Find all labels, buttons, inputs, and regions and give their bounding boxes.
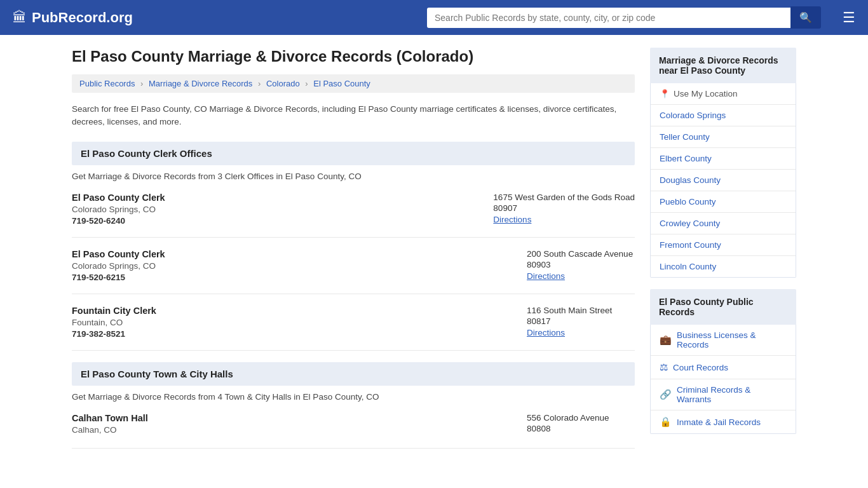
logo-icon: 🏛 [13, 10, 27, 26]
clerk-office-1-city: Colorado Springs, CO [72, 205, 474, 214]
use-my-location-item[interactable]: 📍 Use My Location [651, 83, 796, 105]
use-location-label: Use My Location [674, 89, 738, 98]
clerk-office-2-info: El Paso County Clerk Colorado Springs, C… [72, 249, 508, 282]
site-header: 🏛 PubRecord.org 🔍 ☰ [0, 0, 868, 35]
pr-item-inmate-records[interactable]: 🔒 Inmate & Jail Records [651, 410, 796, 433]
nearby-item-fremont-county[interactable]: Fremont County [651, 234, 796, 256]
clerk-office-2-address1: 200 South Cascade Avenue [527, 249, 635, 259]
clerk-office-3-phone: 719-382-8521 [72, 329, 508, 339]
city-hall-office-1-info: Calhan Town Hall Calhan, CO [72, 413, 508, 437]
clerk-office-1-info: El Paso County Clerk Colorado Springs, C… [72, 193, 474, 226]
search-bar: 🔍 [427, 6, 821, 29]
nearby-item-douglas-county-label: Douglas County [660, 175, 721, 185]
clerk-office-3-info: Fountain City Clerk Fountain, CO 719-382… [72, 306, 508, 339]
clerk-office-2-directions[interactable]: Directions [527, 271, 565, 281]
page-description: Search for free El Paso County, CO Marri… [72, 103, 635, 129]
city-hall-office-1-address: 556 Colorado Avenue 80808 [508, 413, 635, 435]
clerk-office-2-address: 200 South Cascade Avenue 80903 Direction… [508, 249, 635, 281]
clerk-office-2-name: El Paso County Clerk [72, 249, 508, 259]
inmate-icon: 🔒 [660, 416, 672, 428]
nearby-section-header: Marriage & Divorce Records near El Paso … [650, 48, 796, 83]
public-records-section-header: El Paso County Public Records [650, 289, 796, 325]
clerk-office-3-directions[interactable]: Directions [527, 328, 565, 337]
breadcrumb-sep-3: › [305, 79, 308, 88]
sidebar: Marriage & Divorce Records near El Paso … [650, 48, 796, 460]
public-records-list: 💼 Business Licenses & Records ⚖ Court Re… [650, 325, 796, 434]
location-icon: 📍 [660, 89, 670, 98]
breadcrumb: Public Records › Marriage & Divorce Reco… [72, 74, 635, 93]
logo-link[interactable]: 🏛 PubRecord.org [13, 10, 133, 26]
clerk-office-2-city: Colorado Springs, CO [72, 261, 508, 271]
pr-item-inmate-label: Inmate & Jail Records [677, 417, 761, 427]
breadcrumb-link-el-paso-county[interactable]: El Paso County [313, 79, 370, 88]
criminal-icon: 🔗 [660, 389, 672, 400]
clerk-office-1: El Paso County Clerk Colorado Springs, C… [72, 193, 635, 238]
city-hall-office-1-city: Calhan, CO [72, 425, 508, 435]
pr-item-court-records[interactable]: ⚖ Court Records [651, 356, 796, 379]
breadcrumb-link-colorado[interactable]: Colorado [266, 79, 300, 88]
pr-item-criminal-label: Criminal Records & Warrants [677, 385, 787, 404]
nearby-list: 📍 Use My Location Colorado Springs Telle… [650, 83, 796, 278]
nearby-item-douglas-county[interactable]: Douglas County [651, 170, 796, 191]
search-input[interactable] [427, 8, 790, 28]
clerk-office-1-directions[interactable]: Directions [493, 215, 531, 224]
nearby-item-pueblo-county[interactable]: Pueblo County [651, 191, 796, 213]
breadcrumb-sep-1: › [140, 79, 143, 88]
nearby-item-teller-county-label: Teller County [660, 132, 710, 142]
clerk-section-header: El Paso County Clerk Offices [72, 142, 635, 165]
city-hall-office-1-name: Calhan Town Hall [72, 413, 508, 423]
city-hall-office-1-address1: 556 Colorado Avenue [527, 413, 635, 423]
search-icon: 🔍 [799, 11, 812, 24]
clerk-office-3-address1: 116 South Main Street [527, 306, 635, 315]
main-container: El Paso County Marriage & Divorce Record… [59, 35, 809, 460]
nearby-item-lincoln-county-label: Lincoln County [660, 262, 716, 271]
city-hall-section-description: Get Marriage & Divorce Records from 4 To… [72, 392, 635, 402]
clerk-office-3-city: Fountain, CO [72, 318, 508, 327]
search-button[interactable]: 🔍 [790, 6, 821, 29]
main-content: El Paso County Marriage & Divorce Record… [72, 48, 635, 460]
clerk-office-3-name: Fountain City Clerk [72, 306, 508, 316]
clerk-office-1-zip: 80907 [493, 203, 635, 213]
nearby-item-teller-county[interactable]: Teller County [651, 126, 796, 148]
clerk-office-1-phone: 719-520-6240 [72, 216, 474, 226]
city-hall-section-header: El Paso County Town & City Halls [72, 362, 635, 386]
logo-text: PubRecord.org [32, 10, 133, 26]
city-hall-office-1-zip: 80808 [527, 424, 635, 433]
nearby-item-elbert-county-label: Elbert County [660, 154, 712, 163]
nearby-item-pueblo-county-label: Pueblo County [660, 197, 716, 207]
clerk-office-1-address: 1675 West Garden of the Gods Road 80907 … [474, 193, 635, 224]
city-hall-office-1: Calhan Town Hall Calhan, CO 556 Colorado… [72, 413, 635, 449]
pr-item-court-label: Court Records [673, 363, 728, 372]
breadcrumb-link-marriage-divorce[interactable]: Marriage & Divorce Records [149, 79, 252, 88]
page-title: El Paso County Marriage & Divorce Record… [72, 48, 635, 65]
nearby-item-elbert-county[interactable]: Elbert County [651, 148, 796, 170]
nearby-item-fremont-county-label: Fremont County [660, 240, 721, 250]
nearby-item-colorado-springs[interactable]: Colorado Springs [651, 105, 796, 126]
clerk-section-description: Get Marriage & Divorce Records from 3 Cl… [72, 172, 635, 181]
nearby-item-crowley-county[interactable]: Crowley County [651, 213, 796, 234]
menu-icon[interactable]: ☰ [843, 10, 855, 26]
clerk-office-2-phone: 719-520-6215 [72, 273, 508, 282]
breadcrumb-link-public-records[interactable]: Public Records [79, 79, 135, 88]
clerk-office-3-address: 116 South Main Street 80817 Directions [508, 306, 635, 337]
pr-item-criminal-records[interactable]: 🔗 Criminal Records & Warrants [651, 379, 796, 410]
pr-item-business-licenses[interactable]: 💼 Business Licenses & Records [651, 325, 796, 356]
clerk-office-2: El Paso County Clerk Colorado Springs, C… [72, 249, 635, 294]
breadcrumb-sep-2: › [258, 79, 261, 88]
clerk-office-3-zip: 80817 [527, 316, 635, 326]
clerk-office-3: Fountain City Clerk Fountain, CO 719-382… [72, 306, 635, 351]
clerk-office-1-address1: 1675 West Garden of the Gods Road [493, 193, 635, 202]
nearby-item-lincoln-county[interactable]: Lincoln County [651, 256, 796, 277]
clerk-office-1-name: El Paso County Clerk [72, 193, 474, 203]
clerk-office-2-zip: 80903 [527, 260, 635, 269]
nearby-item-colorado-springs-label: Colorado Springs [660, 111, 726, 120]
nearby-item-crowley-county-label: Crowley County [660, 219, 720, 228]
court-icon: ⚖ [660, 362, 668, 373]
pr-item-business-label: Business Licenses & Records [677, 330, 787, 349]
business-icon: 💼 [660, 334, 672, 346]
